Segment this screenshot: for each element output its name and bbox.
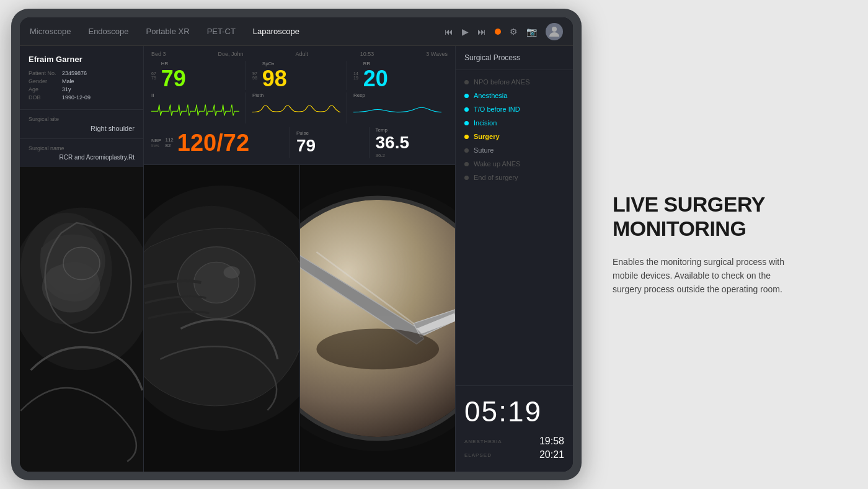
patient-header-name: Doe, John	[218, 51, 243, 57]
step-to-label: T/O before IND	[474, 105, 520, 113]
patient-panel: Efraim Garner Patient No. 23459876 Gende…	[20, 46, 144, 472]
step-wakeup[interactable]: Wake up ANES	[456, 157, 573, 171]
step-to[interactable]: T/O before IND	[456, 102, 573, 116]
resp-waveform: Resp	[353, 92, 448, 123]
patient-details: Patient No. 23459876 Gender Male Age 31y	[29, 70, 135, 101]
pulse-block: Pulse 79	[296, 127, 370, 158]
hr-value: 79	[161, 68, 186, 90]
main-content: Efraim Garner Patient No. 23459876 Gende…	[20, 46, 573, 472]
nbp-label: NBP	[151, 138, 161, 143]
nbp-value: 120/72	[177, 131, 249, 155]
elapsed-timer-row: ELAPSED 20:21	[464, 449, 564, 460]
age-value: 31y	[62, 86, 71, 92]
tab-microscope[interactable]: Microscope	[30, 24, 71, 38]
elapsed-timer-label: ELAPSED	[464, 452, 492, 458]
pulse-value: 79	[296, 136, 316, 156]
surgical-site-label: Surgical site	[29, 116, 135, 122]
ecg-waveform: II	[151, 92, 246, 123]
recording-indicator	[495, 29, 501, 35]
ecg-label: II	[151, 92, 239, 98]
tab-endoscope[interactable]: Endoscope	[88, 24, 128, 38]
rr-range-hi: 14	[353, 71, 358, 76]
svg-point-11	[224, 266, 240, 279]
settings-icon[interactable]: ⚙	[510, 27, 518, 37]
resp-label: Resp	[353, 92, 441, 98]
temp-prev: 36.2	[376, 153, 410, 158]
step-incision-label: Incision	[474, 119, 497, 127]
elapsed-timer-value: 20:21	[539, 449, 564, 460]
step-surgery[interactable]: Surgery	[456, 130, 573, 143]
spo2-block: 97 98 SpO₂ 98	[252, 61, 347, 90]
tab-pet-ct[interactable]: PET-CT	[207, 24, 236, 38]
step-npo-dot	[464, 80, 469, 84]
step-wakeup-dot	[464, 162, 469, 166]
surgical-process-header: Surgical Process	[456, 46, 573, 70]
pleth-label: Pleth	[252, 92, 340, 98]
spo2-range-hi: 97	[252, 71, 257, 76]
rr-block: 14 19 RR 20	[353, 61, 448, 90]
fast-forward-icon[interactable]: ⏭	[477, 27, 486, 37]
surgical-name-label: Surgical name	[29, 145, 135, 151]
step-anesthesia-label: Anesthesia	[474, 92, 507, 99]
step-suture-dot	[464, 148, 469, 153]
step-incision-dot	[464, 121, 469, 125]
tab-portable-xr[interactable]: Portable XR	[146, 24, 190, 38]
pleth-waveform: Pleth	[252, 92, 347, 123]
anesthesia-timer-label: ANESTHESIA	[464, 439, 502, 444]
tablet-device: Microscope Endoscope Portable XR PET-CT …	[11, 9, 582, 480]
spo2-value: 98	[262, 68, 287, 90]
gender-label: Gender	[29, 78, 58, 84]
vitals-header: Bed 3 Doe, John Adult 10:53 3 Waves	[151, 51, 448, 57]
surgical-process-steps: NPO before ANES Anesthesia T/O before IN…	[456, 70, 573, 385]
top-navigation: Microscope Endoscope Portable XR PET-CT …	[20, 17, 573, 46]
step-end[interactable]: End of surgery	[456, 171, 573, 184]
surgical-name-value: RCR and Acromioplastry.Rt	[29, 154, 135, 161]
svg-point-5	[63, 247, 100, 279]
nbp-row: NBP Invs 112 82 120/72 Pulse	[151, 126, 448, 159]
svg-point-0	[552, 27, 557, 32]
dob-value: 1990-12-09	[62, 94, 91, 101]
step-surgery-dot	[464, 135, 469, 139]
user-avatar[interactable]	[546, 23, 563, 40]
age-label: Age	[29, 86, 58, 92]
spo2-range-lo: 98	[252, 76, 257, 80]
arthroscopy-camera-cell	[300, 165, 456, 472]
nbp-range-lo: 82	[165, 143, 173, 148]
patient-name: Efraim Garner	[29, 55, 135, 64]
step-wakeup-label: Wake up ANES	[474, 160, 520, 168]
patient-no-value: 23459876	[62, 70, 87, 76]
xray-image	[20, 167, 143, 472]
nav-tabs: Microscope Endoscope Portable XR PET-CT …	[30, 24, 445, 38]
rr-value: 20	[363, 68, 388, 90]
surgical-site-value: Right shoulder	[29, 125, 135, 132]
vitals-panel: Bed 3 Doe, John Adult 10:53 3 Waves 67	[144, 46, 455, 165]
mri-camera-cell	[144, 165, 300, 472]
hr-range-lo: 75	[151, 76, 156, 80]
play-icon[interactable]: ▶	[462, 27, 469, 37]
pulse-label: Pulse	[296, 130, 316, 136]
rewind-icon[interactable]: ⏮	[445, 27, 453, 37]
surgical-site-section: Surgical site Right shoulder	[20, 110, 143, 139]
tab-laparoscope[interactable]: Laparoscope	[253, 24, 299, 38]
info-title: LIVE SURGERYMONITORING	[613, 192, 786, 241]
step-surgery-label: Surgery	[474, 133, 500, 140]
surgical-name-section: Surgical name RCR and Acromioplastry.Rt	[20, 139, 143, 167]
waveforms-row: II Pleth Resp	[151, 90, 448, 126]
step-anesthesia-dot	[464, 94, 469, 98]
step-incision[interactable]: Incision	[456, 116, 573, 130]
waves-label: 3 Waves	[426, 51, 448, 57]
timer-section: 05:19 ANESTHESIA 19:58 ELAPSED 20:21	[456, 385, 573, 472]
patient-no-label: Patient No.	[29, 70, 58, 76]
camera-icon[interactable]: 📷	[526, 27, 537, 37]
step-anesthesia[interactable]: Anesthesia	[456, 89, 573, 102]
dob-label: DOB	[29, 94, 58, 101]
step-npo[interactable]: NPO before ANES	[456, 75, 573, 89]
nbp-sub-label: Invs	[151, 143, 161, 148]
nbp-block: NBP Invs 112 82 120/72	[151, 127, 290, 158]
gender-value: Male	[62, 78, 74, 84]
main-timer: 05:19	[464, 395, 564, 428]
step-suture[interactable]: Suture	[456, 143, 573, 157]
anesthesia-timer-value: 19:58	[539, 436, 564, 447]
info-description: Enables the monitoring surgical process …	[613, 255, 786, 297]
patient-info: Efraim Garner Patient No. 23459876 Gende…	[20, 46, 143, 110]
